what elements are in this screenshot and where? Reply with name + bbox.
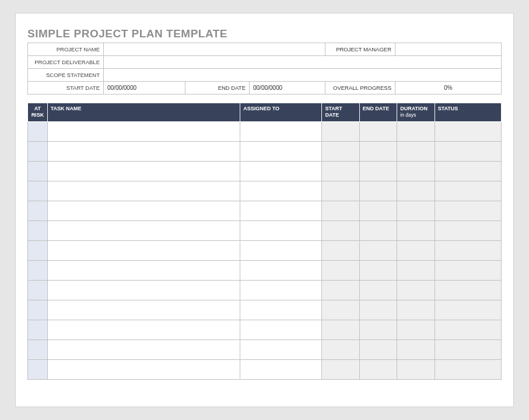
cell-start-date[interactable]: [322, 221, 359, 241]
cell-duration[interactable]: [397, 221, 435, 241]
cell-task-name[interactable]: [47, 162, 240, 181]
cell-start-date[interactable]: [322, 300, 359, 320]
cell-assigned-to[interactable]: [240, 181, 322, 201]
cell-start-date[interactable]: [322, 181, 359, 201]
cell-assigned-to[interactable]: [240, 221, 322, 241]
cell-assigned-to[interactable]: [240, 261, 322, 281]
cell-at-risk[interactable]: [28, 281, 48, 300]
cell-assigned-to[interactable]: [240, 241, 322, 261]
cell-assigned-to[interactable]: [240, 142, 322, 162]
cell-at-risk[interactable]: [28, 162, 48, 181]
cell-start-date[interactable]: [322, 340, 359, 360]
value-project-manager[interactable]: [395, 43, 502, 56]
cell-end-date[interactable]: [359, 142, 397, 162]
value-overall-progress[interactable]: 0%: [395, 82, 502, 94]
value-scope-statement[interactable]: [104, 69, 502, 82]
cell-assigned-to[interactable]: [240, 320, 322, 340]
cell-duration[interactable]: [397, 201, 435, 221]
cell-status[interactable]: [435, 162, 501, 181]
cell-duration[interactable]: [397, 142, 435, 162]
cell-status[interactable]: [435, 142, 501, 162]
cell-duration[interactable]: [397, 340, 435, 360]
cell-assigned-to[interactable]: [240, 281, 322, 300]
cell-duration[interactable]: [397, 122, 435, 142]
cell-status[interactable]: [435, 300, 501, 320]
cell-status[interactable]: [435, 261, 501, 281]
value-start-date[interactable]: 00/00/0000: [104, 82, 185, 94]
cell-status[interactable]: [435, 241, 501, 261]
cell-at-risk[interactable]: [28, 241, 48, 261]
cell-assigned-to[interactable]: [240, 300, 322, 320]
cell-duration[interactable]: [397, 281, 435, 300]
cell-start-date[interactable]: [322, 261, 359, 281]
cell-end-date[interactable]: [359, 162, 397, 181]
cell-status[interactable]: [435, 221, 501, 241]
cell-at-risk[interactable]: [28, 300, 48, 320]
cell-end-date[interactable]: [359, 340, 397, 360]
cell-status[interactable]: [435, 281, 501, 300]
cell-duration[interactable]: [397, 261, 435, 281]
value-project-deliverable[interactable]: [104, 56, 502, 69]
cell-status[interactable]: [435, 181, 501, 201]
cell-duration[interactable]: [397, 241, 435, 261]
cell-task-name[interactable]: [47, 281, 240, 300]
cell-at-risk[interactable]: [28, 360, 48, 380]
cell-assigned-to[interactable]: [240, 360, 322, 380]
cell-end-date[interactable]: [359, 181, 397, 201]
cell-end-date[interactable]: [359, 201, 397, 221]
cell-start-date[interactable]: [322, 281, 359, 300]
cell-duration[interactable]: [397, 181, 435, 201]
cell-end-date[interactable]: [359, 122, 397, 142]
cell-duration[interactable]: [397, 360, 435, 380]
cell-task-name[interactable]: [47, 340, 240, 360]
cell-at-risk[interactable]: [28, 201, 48, 221]
cell-start-date[interactable]: [322, 201, 359, 221]
cell-end-date[interactable]: [359, 241, 397, 261]
cell-task-name[interactable]: [47, 221, 240, 241]
cell-at-risk[interactable]: [28, 320, 48, 340]
cell-task-name[interactable]: [47, 181, 240, 201]
cell-at-risk[interactable]: [28, 122, 48, 142]
cell-end-date[interactable]: [359, 281, 397, 300]
cell-task-name[interactable]: [47, 142, 240, 162]
cell-task-name[interactable]: [47, 360, 240, 380]
cell-end-date[interactable]: [359, 261, 397, 281]
cell-status[interactable]: [435, 201, 501, 221]
cell-end-date[interactable]: [359, 221, 397, 241]
cell-task-name[interactable]: [47, 201, 240, 221]
cell-status[interactable]: [435, 340, 501, 360]
cell-at-risk[interactable]: [28, 181, 48, 201]
cell-assigned-to[interactable]: [240, 122, 322, 142]
cell-task-name[interactable]: [47, 261, 240, 281]
cell-end-date[interactable]: [359, 360, 397, 380]
cell-start-date[interactable]: [322, 241, 359, 261]
cell-duration[interactable]: [397, 300, 435, 320]
cell-status[interactable]: [435, 320, 501, 340]
cell-end-date[interactable]: [359, 300, 397, 320]
info-row-name: PROJECT NAME PROJECT MANAGER: [28, 43, 502, 56]
cell-start-date[interactable]: [322, 122, 359, 142]
cell-status[interactable]: [435, 122, 501, 142]
cell-at-risk[interactable]: [28, 340, 48, 360]
cell-end-date[interactable]: [359, 320, 397, 340]
cell-task-name[interactable]: [47, 122, 240, 142]
cell-start-date[interactable]: [322, 320, 359, 340]
cell-start-date[interactable]: [322, 162, 359, 181]
cell-at-risk[interactable]: [28, 261, 48, 281]
label-end-date: END DATE: [185, 82, 250, 94]
value-project-name[interactable]: [104, 43, 325, 56]
cell-assigned-to[interactable]: [240, 162, 322, 181]
cell-task-name[interactable]: [47, 300, 240, 320]
value-end-date[interactable]: 00/00/0000: [250, 82, 325, 94]
cell-task-name[interactable]: [47, 241, 240, 261]
cell-assigned-to[interactable]: [240, 201, 322, 221]
cell-duration[interactable]: [397, 320, 435, 340]
cell-status[interactable]: [435, 360, 501, 380]
cell-start-date[interactable]: [322, 360, 359, 380]
cell-at-risk[interactable]: [28, 142, 48, 162]
cell-start-date[interactable]: [322, 142, 359, 162]
cell-at-risk[interactable]: [28, 221, 48, 241]
cell-assigned-to[interactable]: [240, 340, 322, 360]
cell-duration[interactable]: [397, 162, 435, 181]
cell-task-name[interactable]: [47, 320, 240, 340]
